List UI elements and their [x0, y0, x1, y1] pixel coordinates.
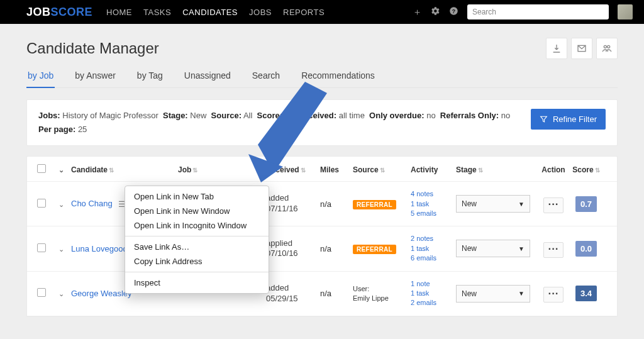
funnel-icon [540, 115, 548, 123]
score-chip[interactable]: 0.7 [575, 196, 597, 212]
mail-button[interactable] [571, 38, 592, 59]
col-activity: Activity [411, 165, 438, 174]
page-head: Candidate Manager [26, 38, 618, 59]
miles-text: n/a [320, 244, 353, 253]
col-score[interactable]: Score [572, 165, 593, 174]
col-job[interactable]: Job [178, 165, 191, 174]
page: Candidate Manager by Job by Answer by Ta… [0, 24, 644, 317]
menu-save-link-as[interactable]: Save Link As… [125, 240, 269, 254]
activity-tasks[interactable]: 1 task [411, 244, 456, 253]
subtabs: by Job by Answer by Tag Unassigned Searc… [26, 70, 618, 88]
received-text: added07/11/16 [266, 193, 320, 214]
nav-jobs[interactable]: JOBS [249, 8, 272, 17]
menu-inspect[interactable]: Inspect [125, 275, 269, 290]
svg-point-3 [604, 45, 606, 48]
row-action-menu[interactable]: ··· [543, 197, 563, 213]
activity-tasks[interactable]: 1 task [411, 199, 456, 209]
menu-open-new-tab[interactable]: Open Link in New Tab [125, 189, 269, 204]
row-action-menu[interactable]: ··· [543, 287, 563, 303]
sort-icon: ⇅ [192, 167, 197, 174]
table-row: ⌄ Cho Chang ☰ ✎ ✉ ◷ History of Magic add… [27, 182, 617, 226]
activity-emails[interactable]: 6 emails [411, 253, 456, 263]
tab-by-answer[interactable]: by Answer [74, 70, 117, 87]
activity-notes[interactable]: 1 note [411, 279, 456, 289]
chevron-down-icon: ▼ [518, 201, 525, 208]
expand-icon[interactable]: ⌄ [58, 245, 64, 253]
tab-unassigned[interactable]: Unassigned [183, 70, 232, 87]
help-icon[interactable]: ? [449, 6, 458, 18]
topbar: JOB SCORE HOME TASKS CANDIDATES JOBS REP… [0, 0, 644, 24]
nav-candidates[interactable]: CANDIDATES [182, 8, 238, 17]
context-menu: Open Link in New Tab Open Link in New Wi… [125, 186, 269, 294]
search-input[interactable]: Search [467, 4, 609, 19]
stage-select[interactable]: New▼ [456, 195, 530, 213]
refine-filter-button[interactable]: Refine Filter [531, 109, 606, 130]
referral-badge: REFERRAL [353, 200, 396, 209]
activity-emails[interactable]: 2 emails [411, 298, 456, 308]
head-actions [546, 38, 618, 59]
gear-icon[interactable] [431, 6, 440, 18]
activity-tasks[interactable]: 1 task [411, 289, 456, 298]
tab-search[interactable]: Search [251, 70, 281, 87]
col-stage[interactable]: Stage [456, 165, 477, 174]
stage-select[interactable]: New▼ [456, 240, 530, 257]
select-all-checkbox[interactable] [37, 164, 46, 173]
stage-value: New [462, 289, 477, 298]
col-received[interactable]: Received [266, 165, 299, 174]
plus-icon[interactable]: ＋ [413, 6, 422, 18]
activity-notes[interactable]: 4 notes [411, 189, 456, 199]
main-nav: HOME TASKS CANDIDATES JOBS REPORTS [106, 8, 325, 17]
activity-links: 1 note 1 task 2 emails [411, 279, 456, 308]
sort-icon: ⇅ [595, 167, 600, 174]
row-checkbox[interactable] [37, 288, 46, 297]
expand-icon[interactable]: ⌄ [58, 290, 64, 297]
users-button[interactable] [596, 38, 618, 59]
score-chip[interactable]: 3.4 [575, 286, 597, 301]
tab-recommendations[interactable]: Recommendations [300, 70, 376, 87]
svg-point-4 [608, 45, 610, 48]
received-text: added05/29/15 [266, 283, 320, 304]
logo[interactable]: JOB SCORE [26, 6, 92, 19]
logo-part1: JOB [26, 6, 51, 19]
stage-select[interactable]: New▼ [456, 285, 530, 303]
nav-tasks[interactable]: TASKS [143, 8, 171, 17]
col-candidate[interactable]: Candidate [71, 165, 108, 174]
candidate-link[interactable]: Cho Chang [71, 199, 113, 208]
topbar-right: ＋ ? Search [413, 4, 633, 19]
menu-open-new-window[interactable]: Open Link in New Window [125, 204, 269, 218]
miles-text: n/a [320, 199, 353, 209]
tab-by-job[interactable]: by Job [26, 70, 55, 88]
score-chip[interactable]: 0.0 [575, 241, 597, 257]
candidate-link[interactable]: Luna Lovegood [71, 244, 128, 253]
expand-icon[interactable]: ⌄ [58, 201, 64, 208]
nav-reports[interactable]: REPORTS [283, 8, 325, 17]
activity-emails[interactable]: 5 emails [411, 209, 456, 218]
activity-links: 2 notes 1 task 6 emails [411, 234, 456, 263]
stage-value: New [462, 199, 477, 208]
page-title: Candidate Manager [26, 40, 159, 57]
expand-all-icon[interactable]: ⌄ [58, 166, 64, 174]
download-button[interactable] [546, 38, 567, 59]
menu-copy-link[interactable]: Copy Link Address [125, 254, 269, 269]
activity-links: 4 notes 1 task 5 emails [411, 189, 456, 218]
row-checkbox[interactable] [37, 199, 46, 208]
filter-summary: Jobs: History of Magic Professor Stage: … [38, 109, 518, 136]
tab-by-tag[interactable]: by Tag [136, 70, 164, 87]
chevron-down-icon: ▼ [518, 290, 525, 297]
row-action-menu[interactable]: ··· [543, 242, 563, 258]
chevron-down-icon: ▼ [518, 245, 525, 252]
candidate-link[interactable]: George Weasley [71, 289, 132, 298]
table-row: ⌄ George Weasley added05/29/15 n/a User:… [27, 272, 617, 316]
svg-text:?: ? [452, 8, 455, 14]
avatar[interactable] [618, 4, 633, 19]
sort-icon: ⇅ [301, 167, 306, 174]
nav-home[interactable]: HOME [106, 8, 132, 17]
activity-notes[interactable]: 2 notes [411, 234, 456, 243]
table-header: ⌄ Candidate⇅ Job⇅ Received⇅ Miles Source… [27, 157, 617, 182]
menu-open-incognito[interactable]: Open Link in Incognito Window [125, 218, 269, 233]
row-checkbox[interactable] [37, 243, 46, 252]
filter-panel: Jobs: History of Magic Professor Stage: … [26, 99, 618, 146]
search-placeholder: Search [472, 8, 496, 16]
miles-text: n/a [320, 289, 353, 298]
col-source[interactable]: Source [353, 165, 379, 174]
